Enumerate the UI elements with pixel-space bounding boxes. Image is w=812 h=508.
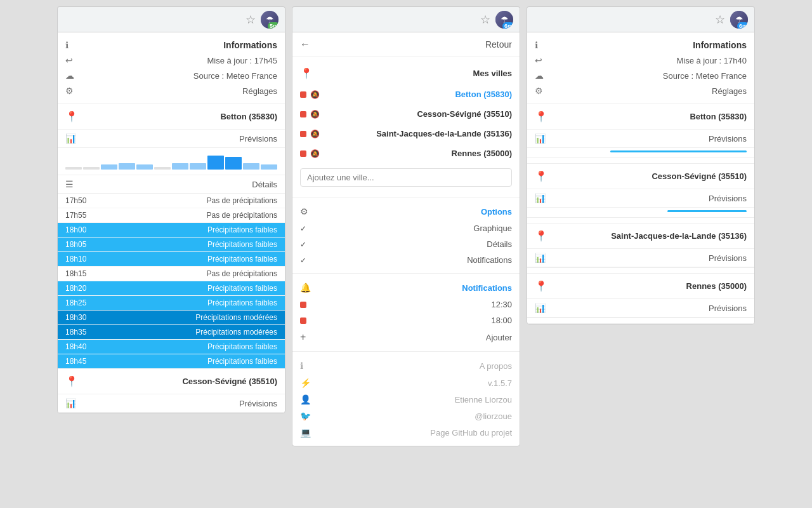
cities-pin-icon: 📍 xyxy=(300,67,313,79)
table-row: 18h10Précipitations faibles xyxy=(58,252,285,267)
twitter-icon: 🐦 xyxy=(300,411,311,421)
middle-toolbar: ☆ ☂ 6m xyxy=(292,6,520,32)
time-cell: 18h40 xyxy=(65,342,97,351)
back-arrow-icon[interactable]: ← xyxy=(300,39,310,50)
version-icon: ⚡ xyxy=(300,378,311,388)
desc-cell: Précipitations faibles xyxy=(97,298,277,307)
github-row[interactable]: 💻 Page GitHub du projet xyxy=(292,424,520,441)
forecast-row: 📊Prévisions xyxy=(527,249,754,267)
notif-time-row: 12:30 xyxy=(292,297,520,312)
check-icon: ✓ xyxy=(300,256,306,265)
option-label: Graphique xyxy=(311,224,512,233)
cities-header-label: Mes villes xyxy=(317,69,512,78)
chart-bar-11 xyxy=(243,163,259,170)
right-source-text: Source : Meteo France xyxy=(547,71,747,81)
pin-icon: 📍 xyxy=(535,170,547,182)
table-row: 17h50Pas de précipitations xyxy=(58,194,285,208)
right-info-section: ℹ Informations ↩ Mise à jour : 17h40 ☁ S… xyxy=(527,32,754,104)
city-name: Cesson-Sévigné (35510) xyxy=(324,109,512,119)
table-row: 18h45Précipitations faibles xyxy=(58,354,285,369)
separator xyxy=(527,217,754,218)
pin-icon: 📍 xyxy=(535,280,547,292)
time-cell: 18h45 xyxy=(65,357,97,366)
source-text: Source : Meteo France xyxy=(78,71,277,81)
right-avatar[interactable]: ☂ 6m xyxy=(730,11,748,29)
notif-add-label: Ajouter xyxy=(311,333,512,342)
chart-bars xyxy=(65,150,277,170)
city-bell-icon: 🔕 xyxy=(310,130,320,138)
list-item[interactable]: 🔕 Rennes (35000) xyxy=(292,144,520,163)
twitter-value: @liorzoue xyxy=(316,411,512,421)
time-cell: 17h55 xyxy=(65,211,97,220)
table-row: 18h30Précipitations modérées xyxy=(58,311,285,325)
list-item[interactable]: 🔕 Saint-Jacques-de-la-Lande (35136) xyxy=(292,124,520,144)
bell-icon: 🔔 xyxy=(300,283,311,293)
right-toolbar: ☆ ☂ 6m xyxy=(527,6,755,32)
right-bookmark-icon[interactable]: ☆ xyxy=(715,13,725,27)
add-city-input[interactable] xyxy=(300,168,512,187)
location-block: 📍Betton (35830)📊Prévisions xyxy=(527,104,754,164)
pin-icon-cesson: 📍 xyxy=(65,375,78,387)
location-row: 📍Betton (35830) xyxy=(527,104,754,130)
plus-icon: + xyxy=(300,331,306,343)
cesson-name: Cesson-Sévigné (35510) xyxy=(83,377,277,386)
middle-popup-panel: ← Retour 📍 Mes villes 🔕 Betton (35830) 🔕… xyxy=(292,32,520,446)
desc-cell: Précipitations faibles xyxy=(97,225,277,234)
menu-header: ← Retour xyxy=(292,32,520,57)
right-locations-container: 📍Betton (35830)📊Prévisions📍Cesson-Sévign… xyxy=(527,104,754,324)
notif-time-row: 18:00 xyxy=(292,312,520,328)
notif-dot xyxy=(300,318,306,324)
city-dot xyxy=(300,131,306,137)
details-icon: ☰ xyxy=(65,179,74,189)
city-bell-icon: 🔕 xyxy=(310,90,320,99)
option-row[interactable]: ✓Notifications xyxy=(292,252,520,268)
location-row: 📍Cesson-Sévigné (35510) xyxy=(527,164,754,189)
location-name: Betton (35830) xyxy=(553,112,747,121)
cities-header-row: 📍 Mes villes xyxy=(292,62,520,84)
source-row: ☁ Source : Meteo France xyxy=(65,68,277,83)
cloud-icon: ☁ xyxy=(65,70,78,81)
twitter-row[interactable]: 🐦 @liorzoue xyxy=(292,408,520,424)
desc-cell: Pas de précipitations xyxy=(97,196,277,205)
details-title: Détails xyxy=(79,180,277,189)
right-cloud-icon: ☁ xyxy=(535,70,547,81)
chart-icon: 📊 xyxy=(535,253,546,263)
desc-cell: Précipitations faibles xyxy=(97,284,277,293)
pin-icon: 📍 xyxy=(535,110,547,123)
list-item[interactable]: 🔕 Cesson-Sévigné (35510) xyxy=(292,104,520,124)
right-time-badge: 6m xyxy=(737,22,748,29)
info-title-row: ℹ Informations xyxy=(65,37,277,53)
table-row: 18h20Précipitations faibles xyxy=(58,281,285,296)
pin-icon: 📍 xyxy=(535,230,547,242)
update-icon: ↩ xyxy=(65,55,78,65)
option-row[interactable]: ✓Graphique xyxy=(292,220,520,236)
left-popup-panel: ℹ Informations ↩ Mise à jour : 17h45 ☁ S… xyxy=(57,32,285,413)
info-title: Informations xyxy=(78,40,277,50)
middle-avatar[interactable]: ☂ 6m xyxy=(495,11,513,29)
details-header: ☰ Détails xyxy=(58,175,285,194)
list-item[interactable]: 🔕 Betton (35830) xyxy=(292,84,520,104)
right-settings-row[interactable]: ⚙ Réglages xyxy=(535,83,747,98)
chart-icon: 📊 xyxy=(535,303,546,313)
option-label: Détails xyxy=(311,239,512,249)
left-toolbar: ☆ ☂ 5m xyxy=(57,6,285,32)
bookmark-icon[interactable]: ☆ xyxy=(246,13,256,27)
notif-add-row[interactable]: + Ajouter xyxy=(292,328,520,346)
gear-icon: ⚙ xyxy=(65,86,78,96)
table-row: 18h40Précipitations faibles xyxy=(58,340,285,354)
notif-header-title: Notifications xyxy=(316,283,512,293)
chart-bar-2 xyxy=(83,167,100,170)
settings-row[interactable]: ⚙ Réglages xyxy=(65,83,277,98)
cities-section: 📍 Mes villes 🔕 Betton (35830) 🔕 Cesson-S… xyxy=(292,57,520,197)
option-row[interactable]: ✓Détails xyxy=(292,236,520,252)
update-text: Mise à jour : 17h45 xyxy=(78,56,277,65)
separator xyxy=(527,267,754,268)
avatar[interactable]: ☂ 5m xyxy=(261,11,278,29)
chart-bar-12 xyxy=(261,164,277,170)
city-dot xyxy=(300,111,306,117)
middle-bookmark-icon[interactable]: ☆ xyxy=(480,13,490,27)
table-row: 17h55Pas de précipitations xyxy=(58,208,285,223)
right-popup-panel: ℹ Informations ↩ Mise à jour : 17h40 ☁ S… xyxy=(527,32,755,324)
options-gear-icon: ⚙ xyxy=(300,206,308,217)
check-icon: ✓ xyxy=(300,224,306,233)
